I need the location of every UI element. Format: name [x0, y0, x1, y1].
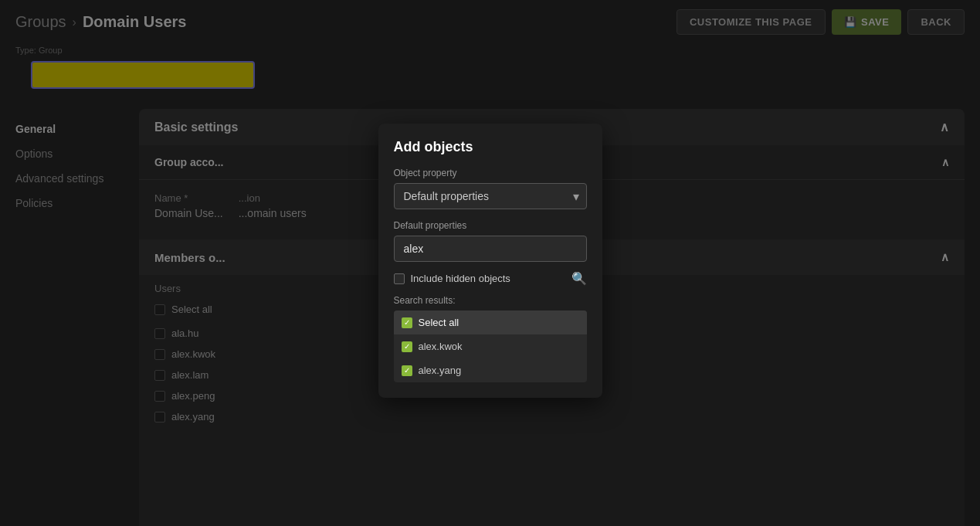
result-label-alexyang: alex.yang: [419, 365, 462, 376]
result-row-select-all[interactable]: ✓ Select all: [394, 311, 587, 334]
object-property-select[interactable]: Default properties: [394, 183, 587, 209]
modal-overlay: Add objects Object property Default prop…: [0, 0, 980, 526]
add-objects-modal: Add objects Object property Default prop…: [378, 124, 602, 398]
object-property-label: Object property: [394, 168, 587, 178]
search-field-label: Default properties: [394, 220, 587, 231]
modal-title: Add objects: [394, 139, 587, 155]
result-checkbox-alexyang: ✓: [402, 365, 412, 376]
search-input[interactable]: [394, 236, 587, 262]
hidden-objects-checkbox[interactable]: [394, 273, 405, 284]
search-results-list: ✓ Select all ✓ alex.kwok ✓ alex.yang: [394, 311, 587, 382]
result-label-alexkwok: alex.kwok: [419, 341, 463, 352]
search-results-label: Search results:: [394, 295, 587, 306]
search-icon[interactable]: 🔍: [571, 271, 587, 286]
result-label-select-all: Select all: [419, 317, 459, 328]
result-row-alexyang[interactable]: ✓ alex.yang: [394, 358, 587, 382]
hidden-objects-label: Include hidden objects: [411, 273, 565, 284]
hidden-objects-row: Include hidden objects 🔍: [394, 271, 587, 286]
result-checkbox-select-all: ✓: [402, 317, 412, 328]
object-property-select-wrapper: Default properties ▾: [394, 183, 587, 209]
result-row-alexkwok[interactable]: ✓ alex.kwok: [394, 334, 587, 358]
result-checkbox-alexkwok: ✓: [402, 341, 412, 352]
